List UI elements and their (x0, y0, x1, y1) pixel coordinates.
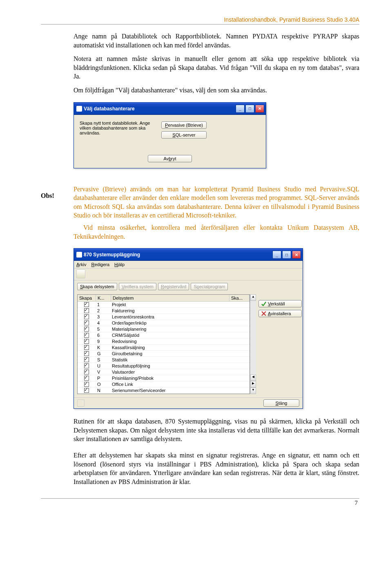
row-checkbox[interactable] (78, 338, 96, 344)
row-checkbox[interactable] (78, 388, 96, 393)
table-row[interactable]: SStatistik (78, 357, 249, 363)
row-ska (230, 326, 249, 332)
table-row[interactable]: 3Leverantörsreskontra (78, 314, 249, 320)
row-checkbox[interactable] (78, 369, 96, 375)
row-name: Fakturering (110, 308, 230, 314)
row-ska (230, 345, 249, 350)
row-checkbox[interactable] (78, 320, 96, 326)
table-row[interactable]: 5Materialplanering (78, 326, 249, 332)
table-row[interactable]: OOffice Link (78, 381, 249, 388)
title-bar[interactable]: Välj databashanterare _ □ ✕ (74, 103, 266, 115)
row-ska (230, 375, 249, 381)
col-ska[interactable]: Ska... (229, 295, 249, 301)
table-row[interactable]: GGiroutbetalning (78, 351, 249, 357)
row-checkbox[interactable] (78, 332, 96, 338)
row-ska (230, 314, 249, 320)
row-name: Leverantörsreskontra (110, 314, 230, 320)
row-code: V (96, 369, 110, 375)
scroll-down-icon[interactable]: ▼ (250, 388, 256, 394)
table-row[interactable]: UResultatuppföljning (78, 363, 249, 369)
avinstallera-button[interactable]: Avinstallera (258, 310, 302, 317)
pervasive-button[interactable]: Pervasive (Btrieve) (161, 121, 207, 129)
header-rule: Installationshandbok, Pyramid Business S… (41, 16, 359, 25)
row-name: Serienummer/Serviceorder (110, 388, 230, 393)
title-bar[interactable]: 870 Systemuppläggning _ □ ✕ (74, 249, 303, 261)
tab-specialprogram[interactable]: Specialprogram (191, 283, 228, 290)
row-checkbox[interactable] (78, 302, 96, 307)
table-row[interactable]: 6CRM/Säljstöd (78, 332, 249, 338)
row-checkbox[interactable] (78, 314, 96, 320)
table-row[interactable]: 9Redovisning (78, 338, 249, 345)
table-row[interactable]: 4Order/lager/inköp (78, 320, 249, 326)
row-ska (230, 351, 249, 356)
cancel-button[interactable]: Avbryt (148, 155, 192, 162)
row-name: Order/lager/inköp (110, 320, 230, 326)
table-row[interactable]: VValutaorder (78, 369, 249, 375)
minimize-button[interactable]: _ (236, 105, 245, 113)
menu-bar: Arkiv Redigera Hjälp (74, 261, 303, 269)
verkstall-button[interactable]: Verkställ (258, 300, 302, 307)
table-row[interactable]: NSerienummer/Serviceorder (78, 388, 249, 394)
paragraph: Ange namn på Databibliotek och Rapportbi… (74, 32, 359, 49)
dialog-system-setup: 870 Systemuppläggning _ □ ✕ Arkiv Redige… (74, 248, 303, 409)
paragraph: Notera att namnen måste skrivas in manue… (74, 54, 359, 81)
table-row[interactable]: 1Projekt (78, 302, 249, 308)
maximize-button[interactable]: □ (282, 251, 291, 259)
row-code: K (96, 345, 110, 350)
row-checkbox[interactable] (78, 308, 96, 314)
scroll-right-icon[interactable]: ▶ (250, 381, 256, 388)
table-row[interactable]: KKassaförsäljning (78, 345, 249, 351)
row-name: Kassaförsäljning (110, 345, 230, 350)
close-button[interactable]: ✕ (292, 251, 301, 259)
vertical-scrollbar[interactable]: ▲ ◀ ▶ ▼ (250, 294, 256, 394)
row-name: Resultatuppföljning (110, 363, 230, 369)
delete-icon (261, 311, 266, 316)
col-k[interactable]: K... (96, 295, 111, 301)
row-ska (230, 338, 249, 344)
scroll-up-icon[interactable]: ▲ (250, 294, 256, 301)
row-name: Office Link (110, 381, 230, 387)
row-ska (230, 332, 249, 338)
row-checkbox[interactable] (78, 326, 96, 332)
scroll-left-icon[interactable]: ◀ (250, 374, 256, 381)
dialog-select-db-handler: Välj databashanterare _ □ ✕ Skapa nytt t… (74, 102, 266, 168)
close-button[interactable]: ✕ (255, 105, 264, 113)
row-code: G (96, 351, 110, 356)
running-header: Installationshandbok, Pyramid Business S… (41, 16, 359, 24)
menu-arkiv[interactable]: Arkiv (76, 262, 86, 267)
tab-row: Skapa delsystem Verifiera system Registe… (74, 280, 303, 293)
table-row[interactable]: 2Fakturering (78, 308, 249, 314)
paragraph: Efter att delsystemen har skapats ska mi… (74, 451, 359, 486)
row-checkbox[interactable] (78, 363, 96, 369)
document-page: Installationshandbok, Pyramid Business S… (0, 0, 392, 519)
menu-hjalp[interactable]: Hjälp (114, 262, 125, 267)
maximize-button[interactable]: □ (245, 105, 254, 113)
row-name: Statistik (110, 357, 230, 363)
grid-header: Skapa K... Delsystem Ska... (78, 295, 249, 302)
table-row[interactable]: PPrisinläsning/Prisbok (78, 375, 249, 381)
col-delsystem[interactable]: Delsystem (111, 295, 229, 301)
row-ska (230, 381, 249, 387)
subsystem-grid[interactable]: Skapa K... Delsystem Ska... 1Projekt2Fak… (77, 294, 250, 394)
row-checkbox[interactable] (78, 345, 96, 350)
tab-registervard[interactable]: Registervård (158, 283, 189, 290)
minimize-button[interactable]: _ (272, 251, 281, 259)
row-code: 5 (96, 326, 110, 332)
row-code: 1 (96, 302, 110, 307)
row-code: 9 (96, 338, 110, 344)
menu-redigera[interactable]: Redigera (91, 262, 109, 267)
row-checkbox[interactable] (78, 357, 96, 363)
dialog-prompt: Skapa nytt tomt databibliotek. Ange vilk… (80, 121, 161, 139)
tab-verifiera-system[interactable]: Verifiera system (119, 283, 156, 290)
row-ska (230, 369, 249, 375)
stang-button[interactable]: Stäng (263, 399, 299, 407)
row-checkbox[interactable] (78, 375, 96, 381)
row-checkbox[interactable] (78, 381, 96, 387)
toolbar-icon[interactable] (76, 269, 85, 278)
col-skapa[interactable]: Skapa (78, 295, 96, 301)
row-checkbox[interactable] (78, 351, 96, 356)
sql-server-button[interactable]: SQL-server (161, 131, 207, 139)
tab-skapa-delsystem[interactable]: Skapa delsystem (77, 283, 117, 290)
obs-paragraph: Vid minsta osäkerhet, kontrollera med åt… (74, 223, 359, 241)
toolbar (74, 269, 303, 280)
